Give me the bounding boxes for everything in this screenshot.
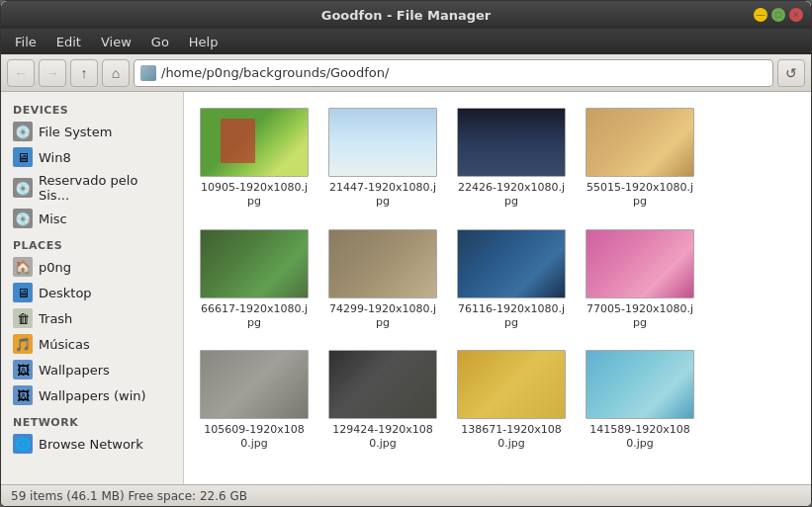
file-item[interactable]: 74299-1920x1080.jpg bbox=[324, 225, 441, 335]
reservado-icon: 💿 bbox=[13, 178, 33, 198]
sidebar-item-win8[interactable]: 🖥Win8 bbox=[1, 144, 183, 170]
file-name: 22426-1920x1080.jpg bbox=[457, 181, 566, 210]
back-button[interactable]: ← bbox=[7, 59, 35, 87]
refresh-button[interactable]: ↺ bbox=[777, 59, 805, 87]
toolbar: ← → ↑ ⌂ /home/p0ng/backgrounds/Goodfon/ … bbox=[1, 54, 811, 92]
file-thumbnail bbox=[586, 350, 694, 419]
sidebar-section-devices: DEVICES💿File System🖥Win8💿Reservado pelo … bbox=[1, 100, 183, 231]
file-name: 76116-1920x1080.jpg bbox=[457, 302, 566, 331]
file-thumbnail bbox=[200, 108, 309, 177]
up-button[interactable]: ↑ bbox=[70, 59, 98, 87]
sidebar-item-wallpapers[interactable]: 🖼Wallpapers bbox=[1, 357, 183, 382]
main-window: Goodfon - File Manager — □ ✕ FileEditVie… bbox=[0, 0, 812, 507]
file-thumbnail bbox=[457, 108, 566, 177]
sidebar-item-label: File System bbox=[39, 125, 112, 139]
file-name: 10905-1920x1080.jpg bbox=[200, 181, 309, 210]
sidebar-item-label: Desktop bbox=[39, 286, 92, 300]
window-controls: — □ ✕ bbox=[754, 8, 803, 22]
file-item[interactable]: 10905-1920x1080.jpg bbox=[196, 104, 313, 213]
file-name: 55015-1920x1080.jpg bbox=[586, 181, 694, 210]
file-name: 141589-1920x1080.jpg bbox=[586, 423, 694, 452]
main-area: DEVICES💿File System🖥Win8💿Reservado pelo … bbox=[1, 92, 811, 484]
file-thumbnail bbox=[328, 229, 437, 298]
file-thumbnail bbox=[200, 229, 309, 298]
sidebar-item-label: Wallpapers bbox=[39, 363, 110, 378]
sidebar-section-title: PLACES bbox=[1, 235, 183, 254]
window-title: Goodfon - File Manager bbox=[321, 8, 492, 23]
titlebar: Goodfon - File Manager — □ ✕ bbox=[1, 1, 811, 29]
misc-icon: 💿 bbox=[13, 209, 33, 228]
wallpapers-icon: 🖼 bbox=[13, 360, 33, 380]
menu-item-help[interactable]: Help bbox=[181, 33, 226, 51]
file-name: 21447-1920x1080.jpg bbox=[328, 181, 437, 210]
sidebar-item-browse-network[interactable]: 🌐Browse Network bbox=[1, 431, 183, 457]
file-thumbnail bbox=[586, 229, 694, 298]
wallpapers-win-icon: 🖼 bbox=[13, 385, 33, 405]
forward-button[interactable]: → bbox=[39, 59, 66, 87]
file-item[interactable]: 21447-1920x1080.jpg bbox=[324, 104, 441, 213]
status-text: 59 items (46.1 MB) Free space: 22.6 GB bbox=[11, 489, 247, 503]
file-grid: 10905-1920x1080.jpg21447-1920x1080.jpg22… bbox=[184, 92, 811, 484]
sidebar-item-reservado-pelo-sis[interactable]: 💿Reservado pelo Sis... bbox=[1, 170, 183, 206]
sidebar-section-network: NETWORK🌐Browse Network bbox=[1, 412, 183, 457]
maximize-button[interactable]: □ bbox=[771, 8, 785, 22]
sidebar-item-wallpapers-win[interactable]: 🖼Wallpapers (win) bbox=[1, 382, 183, 408]
file-item[interactable]: 141589-1920x1080.jpg bbox=[582, 346, 698, 456]
statusbar: 59 items (46.1 MB) Free space: 22.6 GB bbox=[1, 484, 811, 506]
file-thumbnail bbox=[200, 350, 309, 419]
file-item[interactable]: 77005-1920x1080.jpg bbox=[582, 225, 698, 335]
file-item[interactable]: 55015-1920x1080.jpg bbox=[582, 104, 698, 213]
sidebar-item-label: Wallpapers (win) bbox=[39, 388, 146, 403]
file-item[interactable]: 138671-1920x1080.jpg bbox=[453, 346, 570, 456]
file-thumbnail bbox=[457, 350, 566, 419]
music-icon: 🎵 bbox=[13, 334, 33, 354]
address-bar[interactable]: /home/p0ng/backgrounds/Goodfon/ bbox=[134, 59, 773, 87]
menu-item-go[interactable]: Go bbox=[143, 33, 177, 51]
file-item[interactable]: 76116-1920x1080.jpg bbox=[453, 225, 570, 335]
sidebar-item-desktop[interactable]: 🖥Desktop bbox=[1, 280, 183, 305]
sidebar-item-label: p0ng bbox=[39, 260, 71, 275]
sidebar-item-label: Reservado pelo Sis... bbox=[39, 173, 171, 203]
file-thumbnail bbox=[328, 350, 437, 419]
file-item[interactable]: 22426-1920x1080.jpg bbox=[453, 104, 570, 213]
win8-icon: 🖥 bbox=[13, 147, 33, 167]
file-item[interactable]: 66617-1920x1080.jpg bbox=[196, 225, 313, 335]
file-name: 74299-1920x1080.jpg bbox=[328, 302, 437, 331]
address-text: /home/p0ng/backgrounds/Goodfon/ bbox=[161, 65, 389, 80]
sidebar-item-label: Músicas bbox=[39, 337, 90, 352]
file-name: 66617-1920x1080.jpg bbox=[200, 302, 309, 331]
sidebar-item-label: Misc bbox=[39, 211, 67, 226]
sidebar-section-title: DEVICES bbox=[1, 100, 183, 119]
file-name: 77005-1920x1080.jpg bbox=[586, 302, 694, 331]
file-thumbnail bbox=[586, 108, 694, 177]
desktop-icon: 🖥 bbox=[13, 283, 33, 302]
menu-item-view[interactable]: View bbox=[93, 33, 139, 51]
file-name: 138671-1920x1080.jpg bbox=[457, 423, 566, 452]
menu-item-file[interactable]: File bbox=[7, 33, 45, 51]
sidebar: DEVICES💿File System🖥Win8💿Reservado pelo … bbox=[1, 92, 184, 484]
sidebar-item-label: Browse Network bbox=[39, 437, 143, 452]
file-thumbnail bbox=[457, 229, 566, 298]
sidebar-item-label: Win8 bbox=[39, 150, 71, 165]
home-icon: 🏠 bbox=[13, 257, 33, 277]
trash-icon: 🗑 bbox=[13, 308, 33, 328]
fs-icon: 💿 bbox=[13, 122, 33, 141]
sidebar-section-places: PLACES🏠p0ng🖥Desktop🗑Trash🎵Músicas🖼Wallpa… bbox=[1, 235, 183, 408]
sidebar-section-title: NETWORK bbox=[1, 412, 183, 431]
sidebar-item-p0ng[interactable]: 🏠p0ng bbox=[1, 254, 183, 280]
network-icon: 🌐 bbox=[13, 434, 33, 454]
sidebar-item-trash[interactable]: 🗑Trash bbox=[1, 305, 183, 331]
menu-item-edit[interactable]: Edit bbox=[48, 33, 89, 51]
file-item[interactable]: 129424-1920x1080.jpg bbox=[324, 346, 441, 456]
home-button[interactable]: ⌂ bbox=[102, 59, 130, 87]
minimize-button[interactable]: — bbox=[754, 8, 767, 22]
sidebar-item-label: Trash bbox=[39, 311, 72, 326]
sidebar-item-músicas[interactable]: 🎵Músicas bbox=[1, 331, 183, 357]
sidebar-item-misc[interactable]: 💿Misc bbox=[1, 206, 183, 231]
close-button[interactable]: ✕ bbox=[789, 8, 803, 22]
file-name: 129424-1920x1080.jpg bbox=[328, 423, 437, 452]
file-thumbnail bbox=[328, 108, 437, 177]
sidebar-item-file-system[interactable]: 💿File System bbox=[1, 119, 183, 144]
file-name: 105609-1920x1080.jpg bbox=[200, 423, 309, 452]
file-item[interactable]: 105609-1920x1080.jpg bbox=[196, 346, 313, 456]
